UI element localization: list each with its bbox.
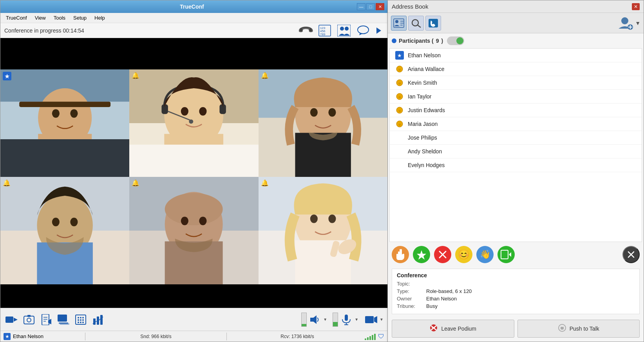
wave-button[interactable]: 👋: [476, 246, 494, 263]
svg-point-32: [310, 108, 317, 117]
video-record-button[interactable]: [4, 312, 19, 327]
participants-label-text: Participants (: [399, 38, 434, 44]
screenshot-button[interactable]: [22, 312, 36, 327]
move-to-podium-button[interactable]: [497, 246, 515, 263]
dialpad-button[interactable]: 123 456 789: [317, 24, 333, 37]
menu-view[interactable]: View: [31, 14, 50, 22]
close-button[interactable]: ✕: [376, 3, 384, 10]
coin-badge-4: 🔔: [3, 180, 11, 186]
slideshow-button[interactable]: [56, 312, 71, 327]
user-dropdown-arrow[interactable]: ▼: [635, 20, 640, 26]
participant-item-maria[interactable]: ○ Maria Jason: [390, 117, 642, 131]
video-cell-6[interactable]: 🔔: [259, 177, 387, 284]
svg-marker-81: [310, 315, 317, 324]
remove-button[interactable]: [434, 246, 451, 263]
speaker-volume-group: ▼: [301, 312, 327, 327]
conference-info-title: Conference: [397, 272, 635, 278]
signal-bar-5: [374, 334, 376, 340]
participant-item-kevin[interactable]: ○ Kevin Smith: [390, 76, 642, 90]
camera-button[interactable]: [364, 312, 379, 327]
mic-dropdown[interactable]: ▼: [355, 317, 358, 322]
online-toggle[interactable]: [447, 36, 464, 45]
svg-marker-56: [14, 318, 18, 322]
participant-item-justin[interactable]: ○ Justin Edwards: [390, 104, 642, 117]
file-share-button[interactable]: [39, 312, 54, 327]
menu-trueconf[interactable]: TrueConf: [2, 14, 31, 22]
stats-button[interactable]: [90, 312, 105, 327]
raise-hand-button[interactable]: [392, 246, 409, 263]
speaker-button[interactable]: [308, 312, 322, 327]
footer-rcv-stat: Rcv: 1736 kbit/s: [230, 334, 365, 339]
menu-tools[interactable]: Tools: [50, 14, 69, 22]
participant-item-ian[interactable]: ○ Ian Taylor: [390, 90, 642, 104]
video-cell-5[interactable]: 🔔: [129, 177, 258, 284]
svg-point-38: [52, 218, 60, 226]
conf-owner-label: Owner: [397, 296, 422, 302]
video-cell-1[interactable]: ★: [0, 69, 129, 177]
participant-face-3: [259, 69, 387, 177]
chat-button[interactable]: [355, 24, 371, 37]
camera-volume-group: ▼: [364, 312, 384, 327]
svg-point-70: [80, 317, 81, 318]
cell-5-indicator: 🔔: [132, 179, 139, 187]
participant-item-ariana[interactable]: ○ Ariana Wallace: [390, 62, 642, 76]
maximize-button[interactable]: □: [366, 3, 375, 10]
participants-list: ★ Ethan Nelson ○ Ariana Wallace ○ Kevin …: [389, 48, 642, 242]
svg-text:○: ○: [398, 95, 401, 99]
conf-type-value: Role-based, 6 x 120: [426, 288, 472, 294]
svg-text:○: ○: [398, 67, 401, 72]
camera-dropdown[interactable]: ▼: [380, 317, 384, 322]
conference-status-bar: Conference in progress 00:14:54 📞 123 45…: [0, 23, 387, 38]
video-cell-2[interactable]: 🔔: [129, 69, 258, 177]
video-cell-4[interactable]: 🔔: [0, 177, 129, 284]
online-indicator-dot: [392, 38, 396, 43]
participant-face-6: [259, 177, 387, 284]
window-controls: — □ ✕: [357, 3, 384, 10]
thumbs-up-button[interactable]: [413, 246, 430, 263]
push-to-talk-button[interactable]: Push to Talk: [517, 320, 640, 338]
mic-button[interactable]: [339, 312, 354, 327]
action-buttons-row: 😊 👋: [388, 242, 644, 267]
conference-status-text: Conference in progress 00:14:54: [4, 27, 84, 34]
contacts-tab-button[interactable]: [391, 16, 407, 31]
svg-point-52: [328, 215, 336, 223]
svg-point-6: [345, 27, 349, 31]
conf-owner-value: Ethan Nelson: [426, 296, 457, 302]
participants-header: Participants (9): [388, 33, 644, 48]
ab-close-button[interactable]: ✕: [632, 3, 640, 10]
participants-button[interactable]: [336, 24, 352, 37]
signal-bar-4: [372, 335, 373, 340]
svg-point-27: [189, 119, 194, 124]
push-to-talk-label: Push to Talk: [570, 326, 599, 332]
participant-name-maria: Maria Jason: [408, 121, 438, 127]
hang-up-button[interactable]: 📞: [298, 24, 314, 37]
signal-bar-2: [367, 337, 369, 340]
participant-item-jose[interactable]: Jose Philips: [390, 131, 642, 145]
participant-coin-ian: ○: [395, 92, 404, 101]
video-cell-3[interactable]: 🔔: [259, 69, 387, 177]
menu-bar: TrueConf View Tools Setup Help: [0, 13, 387, 23]
cell-2-indicator: 🔔: [132, 72, 139, 80]
participant-item-ethan[interactable]: ★ Ethan Nelson: [390, 49, 642, 62]
leave-podium-button[interactable]: Leave Podium: [392, 320, 514, 338]
dismiss-button[interactable]: [622, 246, 640, 263]
emoji-button[interactable]: 😊: [455, 246, 472, 263]
expand-button[interactable]: [374, 25, 384, 36]
phone-tab-button[interactable]: [425, 16, 441, 31]
ab-tool-group-left: [391, 16, 441, 31]
svg-point-44: [165, 193, 223, 225]
participant-face-5: [129, 177, 258, 284]
add-user-button[interactable]: ▼: [618, 16, 640, 30]
svg-point-5: [340, 27, 344, 31]
minimize-button[interactable]: —: [357, 3, 365, 10]
participant-item-evelyn[interactable]: Evelyn Hodges: [390, 158, 642, 172]
online-toggle-dot: [456, 37, 463, 44]
menu-setup[interactable]: Setup: [69, 14, 90, 22]
menu-help[interactable]: Help: [90, 14, 109, 22]
participant-item-andy[interactable]: Andy Sheldon: [390, 145, 642, 158]
speaker-dropdown[interactable]: ▼: [323, 317, 327, 322]
svg-text:○: ○: [398, 109, 401, 113]
search-tab-button[interactable]: [408, 16, 424, 31]
dialpad-toolbar-button[interactable]: [73, 312, 88, 327]
svg-point-39: [70, 218, 78, 226]
